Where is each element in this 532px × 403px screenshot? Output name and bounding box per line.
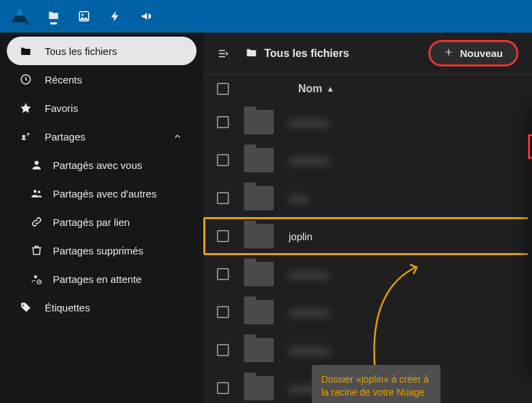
folder-icon [244,300,274,324]
svg-point-2 [81,14,83,16]
annotation-callout: Dossier «joplin» à créer à la racine de … [312,365,441,403]
sidebar-subitem-label: Partagés avec vous [53,159,142,171]
sidebar-item-tags[interactable]: Étiquettes [7,293,197,322]
breadcrumb[interactable]: Tous les fichiers [245,46,349,61]
sidebar-subitem-shared-by-link[interactable]: Partagés par lien [7,208,197,236]
select-all-checkbox[interactable] [217,83,229,95]
sidebar-toggle-icon[interactable] [217,45,233,62]
menu-item[interactable]: Téléchargement des fichiers [528,110,532,134]
new-menu: Téléchargement des fichiersNouveau dossi… [528,106,532,373]
folder-icon [244,110,274,134]
svg-point-4 [22,135,26,138]
column-header-name[interactable]: Nom ▲ [244,83,518,95]
menu-item[interactable]: Créer un nouveau dossier de modèles [528,159,532,198]
folder-icon [244,148,274,172]
menu-item[interactable]: Nouveau diagramme [528,198,532,223]
folder-icon [245,46,258,61]
row-checkbox[interactable] [217,192,229,204]
folder-icon [19,45,33,57]
user-icon [30,159,43,171]
files-app-icon[interactable] [47,9,60,24]
svg-point-9 [34,275,37,279]
sidebar-item-recent[interactable]: Récents [7,65,197,94]
menu-item[interactable]: Nouvelle présentation [528,345,532,369]
content-area: Tous les fichiers Nouveau Nom ▲ xxxxxxxx… [203,33,532,403]
user-clock-icon [30,273,43,285]
plus-icon [444,47,453,59]
svg-point-0 [26,22,28,25]
row-checkbox[interactable] [217,268,229,280]
row-name: xxxxxxxx [289,269,329,280]
row-name: xxxxxxxx [289,155,329,166]
row-name: xxxx [289,193,309,204]
menu-item[interactable]: Nouveau fichier texte [528,247,532,271]
chevron-up-icon [171,132,184,141]
sidebar-subitem-label: Partages en attente [53,273,142,285]
sidebar-item-label: Partages [45,131,85,142]
sidebar-item-label: Récents [45,74,82,85]
sidebar-subitem-label: Partagés par lien [53,216,129,228]
breadcrumb-label: Tous les fichiers [264,47,349,60]
table-row[interactable]: xxxxxxxx [203,293,532,331]
sidebar-item-shares[interactable]: Partages [7,122,197,151]
row-checkbox[interactable] [217,116,229,128]
new-button-label: Nouveau [460,47,503,59]
row-name: xxxxxxxx [289,345,329,356]
table-header: Nom ▲ [203,75,532,103]
sidebar-item-label: Étiquettes [45,302,90,313]
new-button[interactable]: Nouveau [428,40,518,66]
sidebar-subitem-shared-with-others[interactable]: Partagés avec d'autres [7,179,197,208]
top-bar [0,0,532,33]
star-icon [19,102,33,114]
row-checkbox[interactable] [217,382,229,394]
sort-ascending-icon: ▲ [327,84,335,94]
table-row[interactable]: xxxxxxxx [203,255,532,293]
photos-app-icon[interactable] [77,9,91,23]
sidebar-subitem-pending-shares[interactable]: Partages en attente [7,265,197,293]
tag-icon [19,301,33,313]
sidebar-item-label: Favoris [45,102,78,114]
content-header: Tous les fichiers Nouveau [203,33,532,75]
menu-item[interactable]: Nouveau dossier [528,134,532,159]
row-checkbox[interactable] [217,154,229,166]
svg-point-8 [38,191,41,193]
row-name: xxxxxxxx [289,307,329,318]
sidebar-subitem-shared-with-you[interactable]: Partagés avec vous [7,151,197,179]
sidebar: Tous les fichiers Récents Favoris Partag… [0,33,203,403]
sidebar-subitem-label: Partages supprimés [53,245,143,256]
folder-icon [244,262,274,286]
row-name: joplin [289,231,312,242]
app-logo[interactable] [9,6,30,26]
svg-point-7 [34,190,37,193]
table-row[interactable]: xxxxxxxx [203,331,532,369]
folder-icon [244,376,274,400]
menu-item[interactable]: Nouvelle feuille de calcul [528,320,532,345]
row-checkbox[interactable] [217,230,229,242]
users-icon [30,187,43,199]
row-name: xxxxxxxx [289,117,329,128]
share-icon [19,130,33,142]
svg-point-6 [35,161,39,165]
folder-icon [244,186,274,210]
table-row[interactable]: xxxxxxxx [203,103,532,141]
table-row[interactable]: xxxx [203,179,532,217]
folder-icon [244,338,274,362]
row-checkbox[interactable] [217,344,229,356]
sidebar-subitem-deleted-shares[interactable]: Partages supprimés [7,236,197,265]
menu-item[interactable]: Nouveau lien (.URL) [528,271,532,296]
table-row[interactable]: joplin [203,217,532,255]
clock-icon [19,73,33,85]
sidebar-item-favorites[interactable]: Favoris [7,94,197,122]
activity-app-icon[interactable] [108,9,122,23]
trash-icon [30,244,43,256]
folder-icon [244,224,274,248]
sidebar-item-all-files[interactable]: Tous les fichiers [7,37,197,65]
svg-point-5 [27,133,29,135]
link-icon [30,216,43,228]
row-checkbox[interactable] [217,306,229,318]
menu-item[interactable]: Nouveau document [528,223,532,247]
menu-item[interactable]: Nouveau lien (.webloc) [528,296,532,320]
table-row[interactable]: xxxxxxxx [203,141,532,179]
announcement-app-icon[interactable] [140,9,153,23]
sidebar-subitem-label: Partagés avec d'autres [53,188,157,199]
